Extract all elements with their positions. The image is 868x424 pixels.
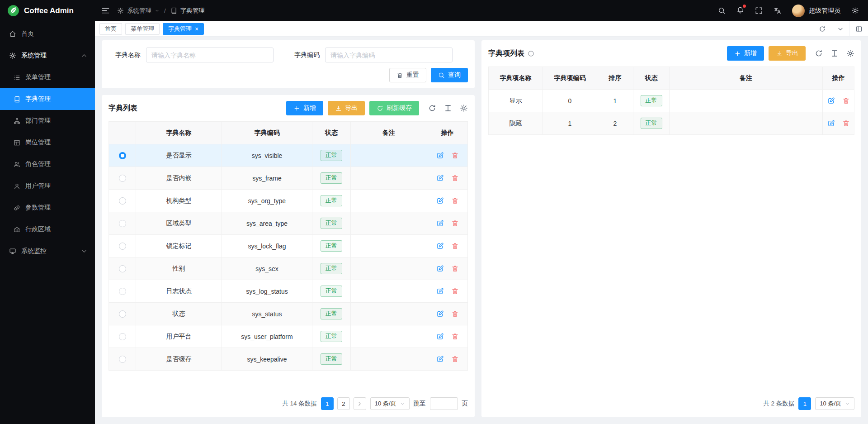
reload-table-icon[interactable] [428, 104, 436, 112]
sidebar-subitem-bank[interactable]: 行政区域 [0, 219, 95, 240]
table-row[interactable]: 性别sys_sex正常 [109, 257, 468, 280]
sidebar-item-home[interactable]: 首页 [0, 23, 95, 45]
breadcrumb-system[interactable]: 系统管理 [117, 7, 160, 15]
delete-icon[interactable] [451, 310, 459, 318]
reset-button[interactable]: 重置 [389, 68, 426, 82]
row-radio[interactable] [119, 175, 126, 182]
table-row[interactable]: 状态sys_status正常 [109, 303, 468, 325]
edit-icon[interactable] [436, 242, 444, 250]
tab-actions-chevron-icon[interactable] [831, 21, 849, 36]
edit-icon[interactable] [827, 97, 835, 105]
table-row[interactable]: 是否显示sys_visible正常 [109, 144, 468, 167]
tab-close-icon[interactable]: × [195, 26, 198, 32]
sidebar-item-system[interactable]: 系统管理 [0, 45, 95, 67]
delete-icon[interactable] [842, 119, 850, 127]
table-row[interactable]: 隐藏12正常 [489, 112, 854, 135]
delete-icon[interactable] [451, 197, 459, 205]
user-menu[interactable]: 超级管理员 [792, 5, 840, 17]
fullscreen-icon[interactable] [755, 7, 763, 14]
delete-icon[interactable] [451, 174, 459, 182]
delete-icon[interactable] [451, 152, 459, 159]
page-button-1[interactable]: 1 [321, 397, 334, 410]
next-page-button[interactable] [354, 397, 366, 410]
sidebar-subitem-frame[interactable]: 岗位管理 [0, 132, 95, 153]
jump-page-input[interactable] [430, 397, 458, 410]
delete-icon[interactable] [451, 287, 459, 295]
notifications-button[interactable] [736, 6, 744, 16]
table-row[interactable]: 区域类型sys_area_type正常 [109, 212, 468, 235]
delete-icon[interactable] [451, 242, 459, 250]
delete-icon[interactable] [451, 265, 459, 272]
add-dict-button[interactable]: 新增 [286, 101, 323, 115]
query-button[interactable]: 查询 [431, 68, 468, 82]
sidebar-subitem-book[interactable]: 字典管理 [0, 88, 95, 110]
app-logo[interactable]: Coffee Admin [0, 0, 95, 21]
refresh-cache-button[interactable]: 刷新缓存 [369, 101, 419, 115]
edit-icon[interactable] [436, 265, 444, 272]
edit-icon[interactable] [436, 152, 444, 159]
row-radio[interactable] [119, 220, 126, 227]
column-header: 操作 [823, 67, 854, 90]
expand-content-icon[interactable] [849, 21, 868, 36]
delete-icon[interactable] [842, 97, 850, 105]
sidebar-subitem-list[interactable]: 菜单管理 [0, 67, 95, 88]
table-row[interactable]: 用户平台sys_user_platform正常 [109, 325, 468, 348]
table-settings-icon[interactable] [460, 104, 468, 112]
delete-icon[interactable] [451, 355, 459, 363]
translate-icon[interactable] [774, 7, 781, 14]
edit-icon[interactable] [436, 333, 444, 340]
delete-icon[interactable] [451, 333, 459, 340]
row-radio[interactable] [119, 243, 126, 250]
row-radio[interactable] [119, 310, 126, 318]
edit-icon[interactable] [436, 197, 444, 205]
row-radio[interactable] [119, 197, 126, 205]
column-height-icon[interactable] [444, 104, 452, 112]
row-radio[interactable] [119, 333, 126, 340]
sidebar-subitem-users[interactable]: 角色管理 [0, 153, 95, 175]
dict-name-input[interactable] [146, 48, 274, 62]
edit-icon[interactable] [436, 287, 444, 295]
page-button-1[interactable]: 1 [798, 397, 811, 410]
column-height-icon[interactable] [830, 49, 839, 57]
row-radio[interactable] [119, 265, 126, 272]
frame-icon [14, 139, 20, 146]
table-row[interactable]: 日志状态sys_log_status正常 [109, 280, 468, 303]
delete-icon[interactable] [451, 219, 459, 227]
row-radio[interactable] [119, 288, 126, 295]
tab-1[interactable]: 菜单管理 [125, 23, 160, 35]
tab-2[interactable]: 字典管理× [163, 23, 204, 35]
edit-icon[interactable] [436, 174, 444, 182]
table-row[interactable]: 锁定标记sys_lock_flag正常 [109, 235, 468, 257]
refresh-tab-icon[interactable] [813, 21, 831, 36]
table-row[interactable]: 是否缓存sys_keepalive正常 [109, 348, 468, 371]
edit-icon[interactable] [827, 119, 835, 127]
table-settings-icon[interactable] [846, 49, 854, 57]
item-code: 0 [543, 90, 597, 112]
table-row[interactable]: 机构类型sys_org_type正常 [109, 190, 468, 212]
page-size-select[interactable]: 10 条/页 [370, 397, 410, 410]
table-row[interactable]: 是否内嵌sys_frame正常 [109, 167, 468, 190]
search-icon[interactable] [718, 7, 726, 14]
add-dict-item-button[interactable]: 新增 [727, 46, 764, 61]
sidebar-subitem-tree[interactable]: 部门管理 [0, 110, 95, 132]
sidebar-subitem-link[interactable]: 参数管理 [0, 197, 95, 219]
row-radio[interactable] [119, 356, 126, 363]
tab-0[interactable]: 首页 [99, 23, 122, 35]
export-dict-item-button[interactable]: 导出 [769, 46, 806, 61]
export-dict-button[interactable]: 导出 [328, 101, 365, 115]
table-row[interactable]: 显示01正常 [489, 90, 854, 112]
sidebar-subitem-user[interactable]: 用户管理 [0, 175, 95, 197]
reload-table-icon[interactable] [815, 49, 823, 57]
row-radio[interactable] [119, 152, 126, 159]
dict-code-input[interactable] [325, 48, 453, 62]
edit-icon[interactable] [436, 219, 444, 227]
edit-icon[interactable] [436, 310, 444, 318]
monitor-icon [9, 248, 16, 255]
collapse-menu-icon[interactable] [101, 6, 110, 15]
page-button-2[interactable]: 2 [337, 397, 350, 410]
breadcrumb-dict[interactable]: 字典管理 [170, 7, 205, 15]
page-size-select[interactable]: 10 条/页 [815, 397, 854, 410]
settings-gear-icon[interactable] [851, 7, 859, 14]
sidebar-item-monitor[interactable]: 系统监控 [0, 240, 95, 262]
edit-icon[interactable] [436, 355, 444, 363]
